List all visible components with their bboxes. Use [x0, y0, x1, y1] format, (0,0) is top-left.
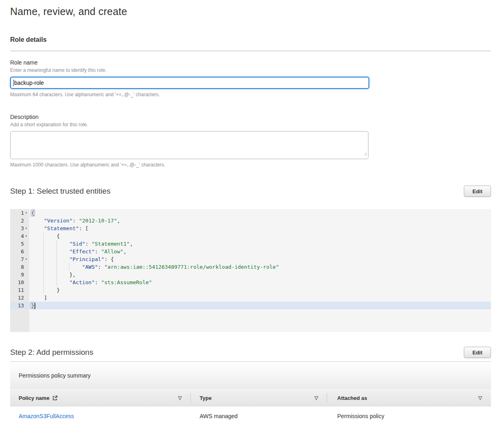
json-string: "Statement1" — [92, 241, 130, 247]
code-line-content: "Action": "sts:AssumeRole" — [29, 279, 491, 286]
description-textarea-wrap — [10, 131, 368, 159]
code-line[interactable]: 2"Version": "2012-10-17", — [10, 217, 491, 225]
line-number-gutter: 11 — [10, 286, 29, 294]
code-line[interactable]: 11} — [10, 286, 491, 294]
json-punctuation: : [ — [79, 225, 88, 231]
trust-policy-code-editor[interactable]: 1▾{2"Version": "2012-10-17",3▾"Statement… — [10, 209, 491, 332]
line-number: 3 — [21, 225, 24, 232]
code-line-content: "AWS": "arn:aws:iam::541263489771:role/w… — [29, 263, 491, 271]
json-key: "Statement" — [44, 225, 79, 231]
json-punctuation: { — [57, 233, 60, 239]
fold-arrow-icon[interactable]: ▾ — [24, 255, 28, 263]
description-help: Add a short explanation for this role. — [10, 122, 491, 127]
cell-type: AWS managed — [191, 406, 327, 421]
line-number: 4 — [21, 232, 24, 240]
description-textarea[interactable] — [10, 131, 368, 159]
policy-table-header: Policy name ▽ Type ▽ — [10, 389, 491, 406]
code-editor-filler — [10, 309, 491, 332]
line-number-gutter: 4▾ — [10, 232, 29, 240]
code-line-content: "Principal": { — [29, 255, 491, 263]
sort-icon[interactable]: ▽ — [314, 395, 318, 400]
column-label: Attached as — [337, 395, 367, 401]
role-name-input[interactable] — [10, 77, 369, 89]
indent-guides — [31, 240, 69, 248]
json-punctuation: , — [117, 218, 120, 224]
json-punctuation: : — [95, 279, 101, 285]
json-key: "Action" — [69, 279, 95, 285]
line-number-gutter: 6 — [10, 248, 29, 255]
column-header-attached-as: Attached as ▽ — [327, 390, 491, 406]
fold-arrow-icon[interactable]: ▾ — [24, 232, 28, 240]
step1-edit-button[interactable]: Edit — [464, 186, 491, 197]
code-line-content: }, — [29, 271, 491, 279]
step2-heading: Step 2: Add permissions — [10, 348, 93, 357]
code-line[interactable]: 10"Action": "sts:AssumeRole" — [10, 279, 491, 286]
json-key: "AWS" — [82, 264, 98, 270]
policy-table: Policy name ▽ Type ▽ — [10, 389, 491, 421]
line-number-gutter: 5 — [10, 240, 29, 248]
page-title: Name, review, and create — [10, 6, 491, 17]
matched-bracket: { — [31, 209, 35, 216]
code-line[interactable]: 4▾{ — [10, 232, 491, 240]
code-editor-lines: 1▾{2"Version": "2012-10-17",3▾"Statement… — [10, 209, 491, 309]
json-key: "Version" — [44, 218, 72, 224]
code-line[interactable]: 6"Effect": "Allow", — [10, 248, 491, 255]
code-line-content: "Version": "2012-10-17", — [29, 217, 491, 225]
json-punctuation: : — [73, 218, 79, 224]
json-punctuation: }, — [69, 272, 76, 278]
divider — [10, 51, 491, 51]
sort-icon[interactable]: ▽ — [178, 395, 182, 400]
code-line[interactable]: 12] — [10, 294, 491, 302]
line-number-gutter: 7▾ — [10, 255, 29, 263]
column-label: Type — [200, 395, 211, 401]
indent-guides — [31, 279, 69, 286]
code-line-content: { — [29, 232, 491, 240]
cell-attached-as: Permissions policy — [327, 406, 491, 421]
line-number: 7 — [21, 255, 24, 263]
description-label: Description — [10, 114, 491, 120]
line-number: 8 — [21, 263, 24, 271]
code-line[interactable]: 9}, — [10, 271, 491, 279]
code-line[interactable]: 3▾"Statement": [ — [10, 225, 491, 232]
code-filler — [29, 309, 491, 332]
step2-header-row: Step 2: Add permissions Edit — [10, 347, 491, 358]
json-key: "Effect" — [69, 248, 95, 255]
line-number: 6 — [21, 248, 24, 255]
code-line[interactable]: 8"AWS": "arn:aws:iam::541263489771:role/… — [10, 263, 491, 271]
indent-guides — [31, 271, 69, 279]
code-line[interactable]: 5"Sid": "Statement1", — [10, 240, 491, 248]
code-line-content: "Effect": "Allow", — [29, 248, 491, 255]
code-line[interactable]: 7▾"Principal": { — [10, 255, 491, 263]
gutter-filler — [10, 309, 29, 332]
page: Name, review, and create Role details Ro… — [0, 0, 504, 421]
resize-handle-icon[interactable] — [363, 150, 367, 158]
sort-icon[interactable]: ▽ — [478, 395, 482, 400]
json-string: "2012-10-17" — [79, 218, 117, 224]
fold-arrow-icon[interactable]: ▾ — [24, 225, 28, 232]
code-line[interactable]: 1▾{ — [10, 209, 491, 217]
line-number: 9 — [21, 271, 24, 279]
json-string: "arn:aws:iam::541263489771:role/workload… — [104, 264, 279, 270]
external-link-icon — [52, 395, 58, 401]
line-number: 1 — [21, 209, 24, 217]
code-line[interactable]: 13} — [10, 302, 491, 309]
role-name-hint: Maximum 64 characters. Use alphanumeric … — [10, 92, 491, 97]
line-number-gutter: 2 — [10, 217, 29, 225]
line-number-gutter: 13 — [10, 302, 29, 309]
line-number-gutter: 10 — [10, 279, 29, 286]
policy-name-link[interactable]: AmazonS3FullAccess — [19, 413, 74, 419]
indent-guides — [31, 263, 82, 271]
fold-arrow-icon[interactable]: ▾ — [24, 209, 28, 217]
code-line-content: ] — [29, 294, 491, 302]
permissions-summary-panel: Permissions policy summary Policy name ▽ — [10, 361, 491, 421]
step2-edit-button[interactable]: Edit — [464, 347, 491, 358]
indent-guides — [31, 217, 44, 225]
cell-policy-name: AmazonS3FullAccess — [10, 406, 191, 421]
step1-header-row: Step 1: Select trusted entities Edit — [10, 186, 491, 197]
line-number: 13 — [18, 302, 24, 309]
line-number-gutter: 12 — [10, 294, 29, 302]
json-punctuation: , — [123, 248, 127, 255]
indent-guides — [31, 255, 69, 263]
json-punctuation: } — [57, 287, 60, 293]
line-number: 2 — [21, 217, 24, 225]
